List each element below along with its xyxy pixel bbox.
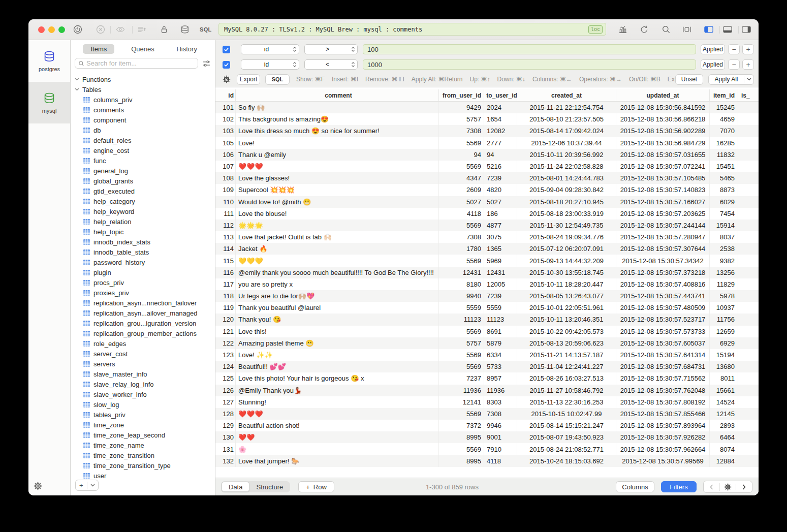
cell-to-user-id[interactable]: 186 xyxy=(484,208,517,220)
sidebar-table-item[interactable]: user xyxy=(71,471,215,481)
cell-item-id[interactable]: 8011 xyxy=(710,372,738,384)
filter-settings-gear-icon[interactable] xyxy=(223,75,231,83)
cell-from-user-id[interactable]: 9940 xyxy=(439,290,484,302)
cell-created-at[interactable]: 2015-11-21 22:12:54.754 xyxy=(517,102,616,113)
lock-icon[interactable] xyxy=(160,25,169,34)
cell-is[interactable] xyxy=(738,408,759,420)
cell-id[interactable]: 109 xyxy=(216,184,236,196)
sidebar-table-item[interactable]: innodb_table_stats xyxy=(71,247,215,257)
table-row[interactable]: 111 Love the blouse! 4118 186 2015-08-18… xyxy=(215,208,759,220)
cell-comment[interactable]: you are so pretty x xyxy=(236,278,439,290)
cell-from-user-id[interactable]: 94 xyxy=(439,149,484,161)
cell-id[interactable]: 107 xyxy=(216,161,236,172)
cell-id[interactable]: 128 xyxy=(216,408,236,420)
next-page-icon[interactable] xyxy=(736,484,752,490)
filter-field-select[interactable]: id xyxy=(241,59,299,70)
tab-data[interactable]: Data xyxy=(222,482,249,492)
cell-is[interactable] xyxy=(738,208,759,220)
cell-is[interactable] xyxy=(738,172,759,184)
cell-item-id[interactable]: 11756 xyxy=(710,314,738,325)
connection-mysql[interactable]: mysql xyxy=(28,82,70,123)
cell-created-at[interactable]: 2015-11-30 12:54:49.735 xyxy=(517,220,616,231)
cell-to-user-id[interactable]: 9946 xyxy=(484,420,517,431)
cell-updated-at[interactable]: 2015-12-08 15:30:57.244144 xyxy=(616,220,710,231)
cell-from-user-id[interactable]: 5757 xyxy=(439,337,484,349)
cell-is[interactable] xyxy=(738,255,759,266)
cell-updated-at[interactable]: 2015-12-08 15:30:57.072241 xyxy=(616,161,710,172)
chevron-down-icon[interactable] xyxy=(744,76,753,83)
cell-comment[interactable]: ❤️❤️❤️ xyxy=(236,408,439,420)
table-row[interactable]: 132 Love that jumper! 🐎 8995 4118 2015-1… xyxy=(215,455,759,467)
cell-item-id[interactable]: 8873 xyxy=(710,184,738,196)
sidebar-table-item[interactable]: plugin xyxy=(71,267,215,277)
cell-comment[interactable]: Jacket 🔥 xyxy=(236,243,439,255)
cell-created-at[interactable]: 2015-10-01 22:05:51.961 xyxy=(517,302,616,314)
cell-id[interactable]: 101 xyxy=(216,102,236,113)
cell-created-at[interactable]: 2015-08-26 16:03:27.513 xyxy=(517,372,616,384)
cell-item-id[interactable]: 15661 xyxy=(710,385,738,396)
cell-id[interactable]: 102 xyxy=(216,113,236,125)
cell-updated-at[interactable]: 2015-12-08 15:30:57.34342 xyxy=(616,255,710,266)
sidebar-table-item[interactable]: db xyxy=(71,125,215,135)
tab-queries[interactable]: Queries xyxy=(121,45,165,53)
database-icon[interactable] xyxy=(180,25,190,34)
cell-created-at[interactable]: 2015-10-11 18:28:20.447 xyxy=(517,278,616,290)
cell-updated-at[interactable]: 2015-12-08 15:30:57.684731 xyxy=(616,361,710,372)
cell-id[interactable]: 126 xyxy=(216,385,236,396)
cell-comment[interactable]: Love! xyxy=(236,137,439,149)
cell-id[interactable]: 117 xyxy=(216,278,236,290)
column-header-from-user-id[interactable]: from_user_id xyxy=(439,89,484,101)
table-row[interactable]: 112 🌟🌟🌟 5569 4877 2015-11-30 12:54:49.73… xyxy=(215,220,759,231)
table-row[interactable]: 109 Supercool 💥💥💥 2609 4820 2015-09-04 0… xyxy=(215,184,759,196)
cell-updated-at[interactable]: 2015-12-08 15:30:56.902289 xyxy=(616,125,710,137)
sidebar-table-item[interactable]: slave_relay_log_info xyxy=(71,379,215,389)
connect-icon[interactable] xyxy=(73,25,82,34)
cell-comment[interactable]: Love that jacket! Outfit is fab 🙌🏻 xyxy=(236,231,439,243)
table-row[interactable]: 114 Jacket 🔥 1780 1365 2015-07-12 06:20:… xyxy=(215,243,759,255)
remove-filter-button[interactable]: − xyxy=(728,59,740,70)
add-item-button[interactable]: + xyxy=(75,480,99,491)
table-row[interactable]: 125 Love this photo! Your hair is gorgeo… xyxy=(215,372,759,384)
cell-id[interactable]: 132 xyxy=(216,455,236,467)
sidebar-table-item[interactable]: time_zone_name xyxy=(71,440,215,450)
previous-page-icon[interactable] xyxy=(704,484,719,490)
table-row[interactable]: 110 Would love to! @mith 😬 5027 5027 201… xyxy=(215,196,759,208)
cell-updated-at[interactable]: 2015-12-08 15:30:57.573733 xyxy=(616,326,710,337)
table-row[interactable]: 117 you are so pretty x 8180 12005 2015-… xyxy=(215,278,759,290)
cell-from-user-id[interactable]: 8995 xyxy=(439,431,484,443)
cell-updated-at[interactable]: 2015-12-08 15:30:57.166027 xyxy=(616,196,710,208)
cell-comment[interactable]: @emily thank you soooo much beautiful!!!… xyxy=(236,267,439,278)
table-row[interactable]: 121 Love this! 5569 8691 2015-10-22 09:4… xyxy=(215,326,759,337)
cell-from-user-id[interactable]: 5559 xyxy=(439,302,484,314)
cell-updated-at[interactable]: 2015-12-08 15:30:57.140823 xyxy=(616,184,710,196)
sidebar-table-item[interactable]: engine_cost xyxy=(71,145,215,155)
sidebar-search-field[interactable] xyxy=(75,58,198,69)
chevron-down-icon[interactable] xyxy=(87,484,99,487)
preview-eye-icon[interactable] xyxy=(116,25,125,34)
sidebar-table-item[interactable]: procs_priv xyxy=(71,277,215,288)
cell-updated-at[interactable]: 2015-12-08 15:30:57.480509 xyxy=(616,302,710,314)
sidebar-table-item[interactable]: time_zone_transition_type xyxy=(71,460,215,471)
sidebar-table-item[interactable]: replication_grou...iguration_version xyxy=(71,318,215,328)
cell-id[interactable]: 110 xyxy=(216,196,236,208)
cell-to-user-id[interactable]: 2024 xyxy=(484,102,517,113)
search-icon[interactable] xyxy=(662,25,671,34)
cell-comment[interactable]: Love! ✨✨ xyxy=(236,349,439,361)
cell-from-user-id[interactable]: 8180 xyxy=(439,278,484,290)
cell-item-id[interactable]: 11829 xyxy=(710,278,738,290)
table-row[interactable]: 127 Stunning! 12141 8303 2015-11-13 22:3… xyxy=(215,396,759,408)
cell-from-user-id[interactable]: 2609 xyxy=(439,184,484,196)
cell-updated-at[interactable]: 2015-12-08 15:30:57.105485 xyxy=(616,172,710,184)
cell-from-user-id[interactable]: 7237 xyxy=(439,372,484,384)
cell-is[interactable] xyxy=(738,314,759,325)
cell-from-user-id[interactable]: 12141 xyxy=(439,396,484,408)
cell-created-at[interactable]: 2015-08-13 20:59:06.623 xyxy=(517,337,616,349)
cell-comment[interactable]: @Emily Thank you💃🏽 xyxy=(236,385,439,396)
cell-item-id[interactable]: 5978 xyxy=(710,290,738,302)
cell-comment[interactable]: Love this! xyxy=(236,326,439,337)
cell-id[interactable]: 106 xyxy=(216,149,236,161)
table-row[interactable]: 105 Love! 5569 2777 2015-12-06 10:37:39.… xyxy=(215,137,759,149)
tree-group-functions[interactable]: Functions xyxy=(71,74,215,84)
columns-button[interactable]: Columns xyxy=(616,481,654,492)
cell-created-at[interactable]: 2015-08-14 17:09:42.024 xyxy=(517,125,616,137)
